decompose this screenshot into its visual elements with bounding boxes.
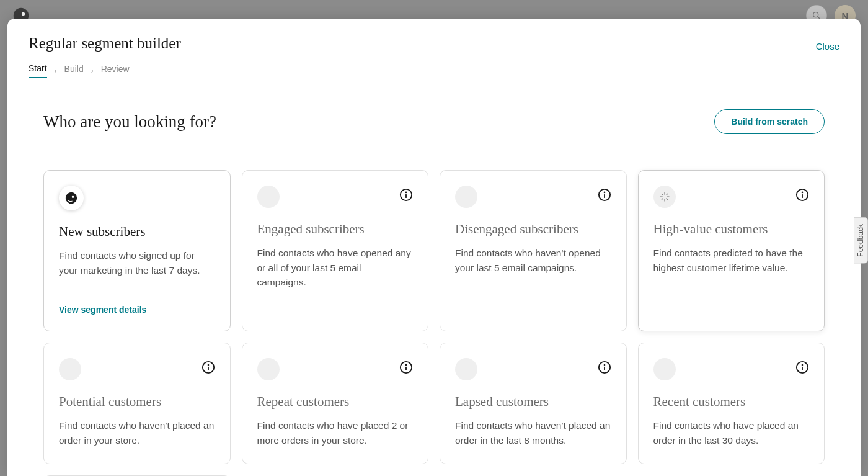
segment-builder-modal: Regular segment builder Close Start›Buil… [7,19,861,476]
segment-card-recent-customers[interactable]: Recent customersFind contacts who have p… [638,343,825,464]
svg-rect-22 [802,194,803,198]
card-title: Disengaged subscribers [455,222,611,237]
segment-card-engaged-subscribers[interactable]: Engaged subscribersFind contacts who hav… [242,170,429,331]
modal-title: Regular segment builder [29,35,181,52]
svg-rect-34 [802,367,803,370]
card-title: Lapsed customers [455,394,611,410]
svg-point-1 [22,12,25,16]
svg-rect-8 [405,194,407,198]
svg-line-16 [662,194,663,195]
svg-rect-25 [208,367,209,370]
breadcrumb-step-build[interactable]: Build [64,64,84,78]
card-description: Find contacts who haven't placed an orde… [455,418,611,447]
svg-point-7 [405,192,407,194]
svg-point-24 [207,364,209,366]
mailchimp-icon [59,186,84,210]
card-description: Find contacts who haven't opened your la… [455,246,611,275]
svg-rect-11 [604,194,605,198]
segment-card-disengaged-subscribers[interactable]: Disengaged subscribersFind contacts who … [440,170,627,331]
svg-rect-28 [405,367,407,370]
segment-card-lapsed-customers[interactable]: Lapsed customersFind contacts who haven'… [440,343,627,464]
card-description: Find contacts predicted to have the high… [653,246,810,275]
placeholder-icon [257,358,280,380]
page-title: Who are you looking for? [43,112,216,132]
svg-point-21 [802,192,804,194]
chevron-right-icon: › [55,66,57,75]
segment-card-new-subscribers[interactable]: New subscribersFind contacts who signed … [43,170,231,331]
feedback-tab[interactable]: Feedback [854,217,868,264]
sparkle-icon [653,186,676,208]
svg-line-18 [666,194,668,195]
view-segment-details-link[interactable]: View segment details [59,305,215,315]
card-title: High-value customers [653,222,810,237]
chevron-right-icon: › [91,66,94,75]
breadcrumb: Start›Build›Review [7,63,861,78]
breadcrumb-step-review[interactable]: Review [101,64,130,78]
placeholder-icon [455,358,477,380]
card-title: Repeat customers [257,394,414,410]
info-icon[interactable] [598,188,611,202]
segment-card-repeat-customers[interactable]: Repeat customersFind contacts who have p… [242,343,429,464]
build-from-scratch-button[interactable]: Build from scratch [714,109,825,134]
svg-point-4 [66,192,77,204]
info-icon[interactable] [202,361,215,374]
svg-rect-31 [604,367,605,370]
card-description: Find contacts who signed up for your mar… [59,248,215,277]
segment-card-high-value-customers[interactable]: High-value customersFind contacts predic… [638,170,825,331]
svg-line-19 [662,199,663,200]
svg-point-33 [802,364,804,366]
card-title: Engaged subscribers [257,222,414,237]
close-button[interactable]: Close [816,41,839,52]
card-description: Find contacts who have placed 2 or more … [257,418,414,447]
info-icon[interactable] [795,361,809,374]
card-description: Find contacts who have opened any or all… [257,246,414,290]
card-description: Find contacts who haven't placed an orde… [59,418,215,447]
svg-point-5 [72,196,74,199]
segment-template-grid: New subscribersFind contacts who signed … [43,170,825,476]
placeholder-icon [455,186,477,208]
card-title: Recent customers [653,394,810,410]
svg-point-10 [603,192,605,194]
card-title: Potential customers [59,394,215,410]
placeholder-icon [59,358,81,380]
info-icon[interactable] [795,188,809,202]
card-title: New subscribers [59,224,215,240]
card-description: Find contacts who have placed an order i… [653,418,810,447]
info-icon[interactable] [598,361,611,374]
svg-line-17 [666,199,668,200]
placeholder-icon [653,358,676,380]
info-icon[interactable] [399,361,413,374]
info-icon[interactable] [399,188,413,202]
svg-point-27 [405,364,407,366]
placeholder-icon [257,186,280,208]
segment-card-potential-customers[interactable]: Potential customersFind contacts who hav… [43,343,231,464]
svg-point-30 [603,364,605,366]
breadcrumb-step-start[interactable]: Start [29,63,47,78]
svg-point-2 [813,12,818,17]
